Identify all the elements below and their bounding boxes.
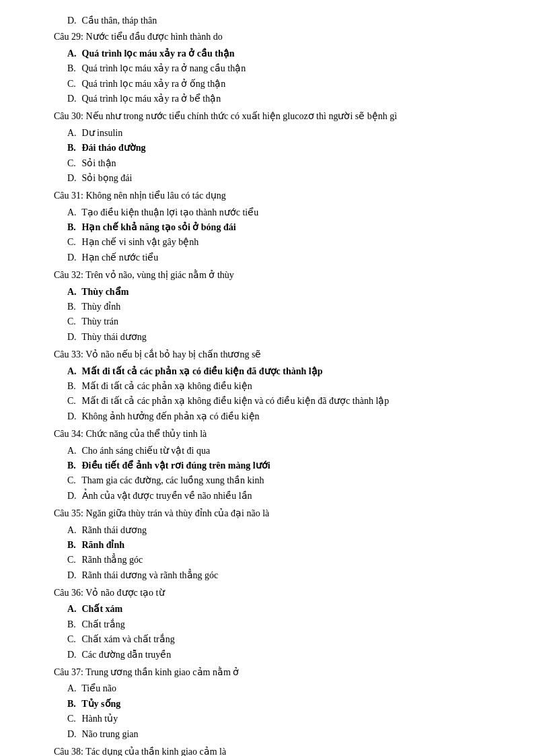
answer-label: A. xyxy=(67,602,79,617)
question-text: Câu 31: Không nên nhịn tiểu lâu có tác d… xyxy=(54,188,509,203)
question-block-q29: Câu 29: Nước tiểu đầu được hình thành do… xyxy=(54,30,509,106)
answer-label: A. xyxy=(67,205,79,220)
answer-label: B. xyxy=(67,300,79,314)
answer-label: D. xyxy=(67,409,79,424)
answer-item: B. Tủy sống xyxy=(67,697,509,712)
question-text: Câu 33: Vỏ não nếu bị cắt bỏ hay bị chấn… xyxy=(54,347,509,362)
answer-label: D. xyxy=(67,648,79,662)
answer-item: D. Hạn chế nước tiểu xyxy=(67,250,509,265)
answer-list: A. Rãnh thái dươngB. Rãnh đỉnhC. Rãnh th… xyxy=(54,523,509,584)
answer-label: C. xyxy=(67,553,79,568)
answer-label: B. xyxy=(67,141,79,156)
answer-label: C. xyxy=(67,235,79,250)
answer-label: D. xyxy=(67,250,79,265)
answer-list: A. Chất xámB. Chất trắngC. Chất xám và c… xyxy=(54,602,509,662)
answer-list: A. Dư insulinB. Đái tháo đườngC. Sỏi thậ… xyxy=(54,126,509,186)
answer-item: B. Chất trắng xyxy=(67,617,509,632)
answer-label: D. xyxy=(67,330,79,345)
answer-label: A. xyxy=(67,444,79,458)
answer-item: C. Hành tủy xyxy=(67,712,509,726)
answer-item: A. Cho ánh sáng chiếu từ vật đi qua xyxy=(67,444,509,458)
answer-item: C. Sỏi thận xyxy=(67,156,509,171)
answer-list: A. Tiểu nãoB. Tủy sốngC. Hành tủyD. Não … xyxy=(54,681,509,742)
answer-list: A. Quá trình lọc máu xảy ra ở cầu thậnB.… xyxy=(54,46,509,107)
question-text: Câu 37: Trung ương thần kinh giao cảm nằ… xyxy=(54,665,509,680)
answer-text: Thùy chẩm xyxy=(79,287,129,297)
answer-text: Tạo điều kiện thuận lợi tạo thành nước t… xyxy=(79,207,258,217)
answer-item: B. Quá trình lọc máu xảy ra ở nang cầu t… xyxy=(67,61,509,76)
answer-label: C. xyxy=(67,314,79,329)
answer-item: C. Chất xám và chất trắng xyxy=(67,632,509,647)
answer-item: D. Ảnh của vật được truyền về não nhiều … xyxy=(67,489,509,504)
answer-text: Thùy đỉnh xyxy=(79,302,120,312)
answer-text: Hạn chế vi sinh vật gây bệnh xyxy=(79,237,198,247)
answer-text: Tham gia các đường, các luồng xung thần … xyxy=(79,475,264,485)
answer-label: C. xyxy=(67,473,79,488)
answer-label: A. xyxy=(67,364,79,379)
answer-item: A. Tạo điều kiện thuận lợi tạo thành nướ… xyxy=(67,205,509,220)
answer-label: A. xyxy=(67,681,79,696)
answer-text: Quá trình lọc máu xảy ra ở nang cầu thận xyxy=(79,63,246,73)
answer-item: C. Rãnh thẳng góc xyxy=(67,553,509,568)
answer-text: Chất xám và chất trắng xyxy=(79,634,175,644)
answer-item: A. Tiểu não xyxy=(67,681,509,696)
answer-item: B. Đái tháo đường xyxy=(67,141,509,156)
answer-label: B. xyxy=(67,697,79,712)
answer-item: D. Sỏi bọng đái xyxy=(67,171,509,186)
question-block-q37: Câu 37: Trung ương thần kinh giao cảm nằ… xyxy=(54,665,509,742)
question-text: Câu 32: Trên vỏ não, vùng thị giác nằm ở… xyxy=(54,268,509,283)
question-text: Câu 34: Chức năng của thể thủy tinh là xyxy=(54,427,509,442)
answer-text: Rãnh thẳng góc xyxy=(79,555,143,565)
answer-label: B. xyxy=(67,617,79,632)
answer-item: C. Thùy trán xyxy=(67,314,509,329)
question-text: Câu 35: Ngăn giữa thùy trán và thùy đỉnh… xyxy=(54,506,509,521)
answer-text: Hạn chế nước tiểu xyxy=(79,252,158,263)
answer-text: Dư insulin xyxy=(79,128,122,138)
answer-list: A. Tạo điều kiện thuận lợi tạo thành nướ… xyxy=(54,205,509,266)
answer-item: A. Chất xám xyxy=(67,602,509,617)
answer-label: B. xyxy=(67,458,79,473)
answer-text: Mất đi tất cả các phản xạ có điều kiện đ… xyxy=(79,366,323,376)
answer-text: Mất đi tất cả các phản xạ không điều kiệ… xyxy=(79,381,252,391)
answer-text: Chất xám xyxy=(79,604,122,614)
answer-label: C. xyxy=(67,394,79,409)
answer-text: Ảnh của vật được truyền về não nhiều lần xyxy=(79,491,252,501)
answer-label: B. xyxy=(67,379,79,394)
answer-item: D. Rãnh thái dương và rãnh thẳng góc xyxy=(67,568,509,583)
answer-item: A. Thùy chẩm xyxy=(67,285,509,300)
answer-text: Sỏi thận xyxy=(79,158,116,168)
answer-item: C. Quá trình lọc máu xảy ra ở ống thận xyxy=(67,77,509,92)
answer-text: Hạn chế khả năng tạo sỏi ở bóng đái xyxy=(79,222,236,232)
answer-text: Cầu thân, tháp thân xyxy=(79,15,157,26)
answer-text: Quá trình lọc máu xảy ra ở bể thận xyxy=(79,94,221,104)
answer-item: C. Mất đi tất cả các phản xạ không điều … xyxy=(67,394,509,409)
question-block-q35: Câu 35: Ngăn giữa thùy trán và thùy đỉnh… xyxy=(54,506,509,583)
answer-text: Mất đi tất cả các phản xạ không điều kiệ… xyxy=(79,396,389,406)
answer-text: Thùy thái dương xyxy=(79,332,147,342)
answer-text: Sỏi bọng đái xyxy=(79,173,132,183)
answer-text: Rãnh thái dương xyxy=(79,525,147,535)
answer-label: D. xyxy=(67,727,79,742)
main-content: D. Cầu thân, tháp thânCâu 29: Nước tiểu … xyxy=(54,13,509,756)
question-text: Câu 29: Nước tiểu đầu được hình thành do xyxy=(54,30,509,44)
answer-label: A. xyxy=(67,523,79,538)
answer-label: C. xyxy=(67,632,79,647)
answer-item: C. Tham gia các đường, các luồng xung th… xyxy=(67,473,509,488)
answer-label: B. xyxy=(67,220,79,235)
answer-label: A. xyxy=(67,126,79,141)
answer-item: D. Não trung gian xyxy=(67,727,509,742)
question-block-q32: Câu 32: Trên vỏ não, vùng thị giác nằm ở… xyxy=(54,268,509,345)
answer-label: D. xyxy=(67,13,79,28)
answer-label: C. xyxy=(67,712,79,726)
answer-item: D. Quá trình lọc máu xảy ra ở bể thận xyxy=(67,92,509,106)
answer-item: B. Mất đi tất cả các phản xạ không điều … xyxy=(67,379,509,394)
answer-text: Cho ánh sáng chiếu từ vật đi qua xyxy=(79,446,210,456)
question-text: Câu 38: Tác dụng của thần kinh giao cảm … xyxy=(54,745,509,756)
answer-text: Quá trình lọc máu xảy ra ở ống thận xyxy=(79,79,225,89)
question-text: Câu 30: Nếu như trong nước tiểu chính th… xyxy=(54,109,509,124)
answer-item: B. Điều tiết để ảnh vật rơi đúng trên mà… xyxy=(67,458,509,473)
answer-text: Tiểu não xyxy=(79,683,116,693)
answer-item: B. Hạn chế khả năng tạo sỏi ở bóng đái xyxy=(67,220,509,235)
answer-label: A. xyxy=(67,46,79,61)
answer-label: C. xyxy=(67,156,79,171)
